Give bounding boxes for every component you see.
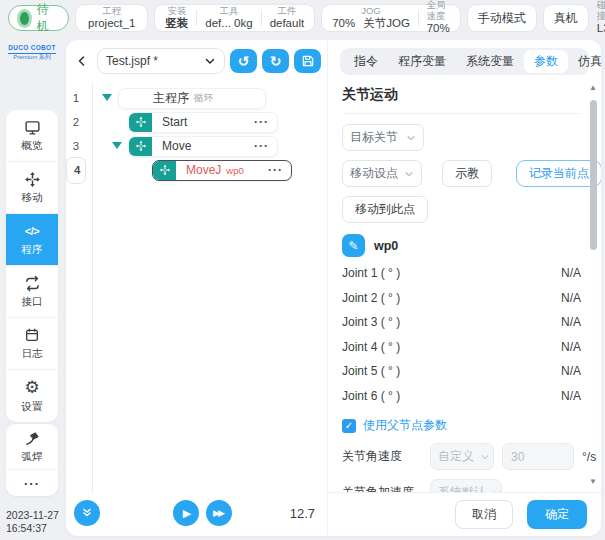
program-file-select[interactable]: Test.jspf *: [97, 48, 225, 74]
edit-waypoint-button[interactable]: ✎: [342, 234, 365, 257]
scrollbar-track[interactable]: [590, 94, 597, 476]
jog-selector[interactable]: JOG 70% 关节JOG: [324, 6, 418, 30]
program-file-name: Test.jspf *: [106, 54, 204, 68]
cancel-button[interactable]: 取消: [455, 500, 513, 529]
app-root: 待机 工程 project_1 安装 竖装 工具 def... 0kg 工件 d…: [0, 0, 605, 540]
chevron-left-icon: [76, 55, 88, 67]
back-button[interactable]: [72, 49, 92, 73]
save-button[interactable]: [294, 49, 321, 73]
sidebar-item-interface[interactable]: 接口: [6, 266, 58, 318]
joint-values-list: Joint 1 ( ° ) N/A Joint 2 ( ° ) N/A Join…: [342, 261, 581, 408]
project-selector[interactable]: 工程 project_1: [75, 4, 148, 32]
sidebar-item-log[interactable]: 日志: [6, 318, 58, 370]
move-to-point-button[interactable]: 移动到此点: [342, 196, 428, 223]
fast-forward-icon: ▶▶: [213, 508, 223, 518]
mount-selector[interactable]: 安装 竖装: [157, 6, 196, 30]
joint-acc-mode-select[interactable]: 系统默认: [430, 479, 502, 492]
collapse-panel-button[interactable]: [74, 500, 100, 526]
real-robot-button[interactable]: 真机: [543, 4, 589, 32]
robot-status-button[interactable]: 待机: [8, 5, 69, 31]
step-forward-button[interactable]: ▶▶: [206, 500, 232, 526]
sidebar-item-program[interactable]: </> 程序: [6, 214, 58, 266]
joint-value: N/A: [561, 340, 581, 354]
play-button[interactable]: ▶: [173, 500, 199, 526]
sidebar-item-move[interactable]: 移动: [6, 162, 58, 214]
tab-parameters[interactable]: 参数: [524, 50, 568, 73]
undo-button[interactable]: ↺: [230, 49, 257, 73]
code-icon: </>: [25, 222, 39, 240]
time-value: 16:54:37: [6, 522, 59, 535]
welding-torch-icon: [24, 429, 41, 447]
tab-program-variables[interactable]: 程序变量: [388, 50, 456, 73]
target-joint-value: 目标关节: [350, 129, 400, 146]
scrollbar-thumb[interactable]: [590, 100, 597, 250]
project-value: project_1: [88, 17, 135, 30]
node-menu-button[interactable]: ···: [254, 115, 269, 129]
tree-row-move: 3 Move ···: [66, 134, 327, 158]
program-header: Test.jspf * ↺ ↻: [66, 40, 327, 80]
tab-system-variables[interactable]: 系统变量: [456, 50, 524, 73]
node-menu-button[interactable]: ···: [254, 139, 269, 153]
joint-label: Joint 6 ( ° ): [342, 389, 400, 403]
target-joint-select[interactable]: 目标关节: [342, 124, 424, 151]
pencil-icon: ✎: [348, 239, 358, 253]
sidebar-item-label: 移动: [22, 191, 43, 205]
sidebar-item-arc-welding[interactable]: 弧焊: [6, 424, 58, 470]
use-parent-params-checkbox[interactable]: ✓ 使用父节点参数: [342, 417, 581, 434]
joint-speed-input[interactable]: [502, 443, 574, 470]
drag-handle-icon[interactable]: [129, 113, 152, 132]
program-tree-panel: Test.jspf * ↺ ↻ 1 主程序 循环: [66, 40, 328, 536]
setup-group: 安装 竖装 工具 def... 0kg 工件 default: [154, 4, 315, 32]
sidebar-more-button[interactable]: ···: [6, 470, 58, 496]
tree-node-movej[interactable]: MoveJ wp0 ···: [152, 160, 292, 181]
joint-speed-mode-select[interactable]: 自定义: [430, 443, 494, 470]
chevron-down-icon: [404, 169, 414, 179]
drag-handle-icon[interactable]: [129, 137, 152, 156]
collapse-triangle-icon[interactable]: [112, 142, 122, 149]
tree-row-start: 2 Start ···: [66, 110, 327, 134]
drag-handle-icon[interactable]: [153, 161, 176, 180]
line-number: 3: [66, 140, 86, 152]
scroll-up-icon[interactable]: ▲: [589, 84, 597, 92]
node-menu-button[interactable]: ···: [268, 163, 283, 177]
tree-node-main-program[interactable]: 主程序 循环: [118, 88, 266, 109]
global-speed-label: 全局速度: [426, 0, 449, 22]
confirm-button[interactable]: 确定: [527, 500, 587, 529]
program-tree: 1 主程序 循环 2 Start: [66, 80, 327, 496]
joint-row: Joint 6 ( ° ) N/A: [342, 384, 581, 409]
project-label: 工程: [102, 6, 121, 17]
waypoint-row: ✎ wp0: [342, 234, 581, 257]
top-status-bar: 待机 工程 project_1 安装 竖装 工具 def... 0kg 工件 d…: [0, 0, 605, 36]
sidebar-item-label: 设置: [22, 400, 43, 414]
double-chevron-down-icon: [81, 507, 93, 519]
tree-node-start[interactable]: Start ···: [128, 112, 278, 133]
panel-scrollbar[interactable]: ▲ ▼: [588, 84, 598, 486]
tool-selector[interactable]: 工具 def... 0kg: [197, 6, 260, 30]
checkbox-checked-icon: ✓: [342, 419, 356, 433]
workpiece-label: 工件: [277, 6, 296, 17]
move-mode-select[interactable]: 移动设点: [342, 160, 422, 187]
status-dot-icon: [20, 12, 29, 25]
collapse-triangle-icon[interactable]: [102, 94, 112, 101]
program-controls: ▶ ▶▶ 12.7: [66, 496, 327, 536]
tree-node-move[interactable]: Move ···: [128, 136, 278, 157]
scroll-down-icon[interactable]: ▼: [589, 478, 597, 486]
sidebar-item-overview[interactable]: 概览: [6, 110, 58, 162]
collision-level[interactable]: 碰撞 L3: [595, 0, 605, 35]
sidebar-item-settings[interactable]: ⚙ 设置: [6, 370, 58, 422]
tool-value: def... 0kg: [205, 17, 252, 30]
speed-readout: 12.7: [290, 506, 315, 521]
tab-instruction[interactable]: 指令: [344, 50, 388, 73]
tab-simulation[interactable]: 仿真: [568, 50, 605, 73]
joint-label: Joint 1 ( ° ): [342, 266, 400, 280]
chevron-down-icon: [480, 452, 490, 462]
line-number: 4: [66, 157, 86, 184]
manual-mode-button[interactable]: 手动模式: [467, 4, 537, 32]
tree-row-main: 1 主程序 循环: [66, 86, 327, 110]
global-speed-selector[interactable]: 全局速度 70%: [418, 0, 457, 35]
teach-button[interactable]: 示教: [442, 160, 492, 187]
redo-button[interactable]: ↻: [262, 49, 289, 73]
jog-label: JOG: [361, 6, 381, 17]
jog-speed-group: JOG 70% 关节JOG 全局速度 70%: [321, 4, 461, 32]
workpiece-selector[interactable]: 工件 default: [262, 6, 313, 30]
